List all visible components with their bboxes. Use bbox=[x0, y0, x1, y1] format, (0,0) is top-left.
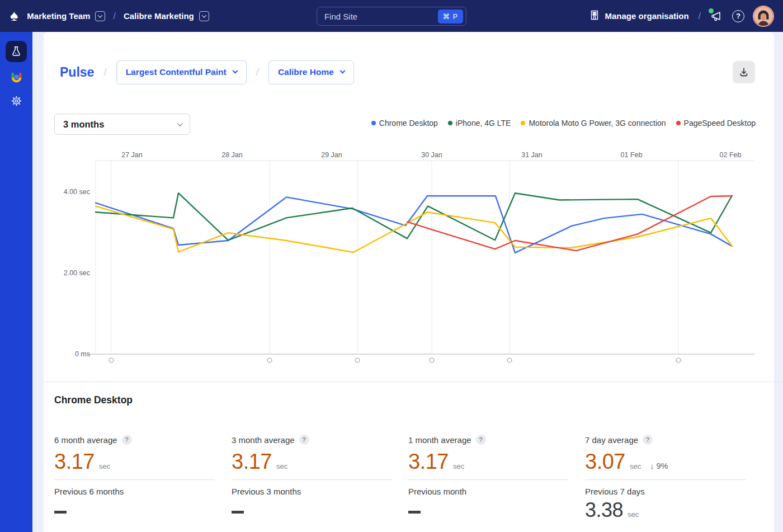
separator: / bbox=[699, 11, 701, 21]
x-tick-label: 30 Jan bbox=[421, 151, 442, 159]
x-tick-label: 27 Jan bbox=[121, 151, 143, 159]
sidebar bbox=[0, 32, 32, 532]
team-switcher[interactable]: Marketing Team bbox=[27, 11, 105, 21]
help-icon[interactable]: ? bbox=[643, 435, 653, 445]
metric-dropdown[interactable]: Largest Contentful Paint bbox=[116, 60, 247, 84]
legend-dot bbox=[676, 121, 681, 125]
download-icon bbox=[738, 67, 749, 78]
annotation-marker[interactable] bbox=[355, 358, 360, 362]
separator: / bbox=[103, 66, 106, 78]
sidebar-item-tests-active[interactable] bbox=[6, 41, 27, 62]
stat-unit: sec bbox=[628, 510, 639, 519]
legend-item-motorola[interactable]: Motorola Moto G Power, 3G connection bbox=[521, 119, 666, 128]
search-placeholder: Find Site bbox=[324, 12, 438, 21]
legend-item-pagespeed[interactable]: PageSpeed Desktop bbox=[676, 119, 756, 128]
chevron-down-icon bbox=[232, 68, 238, 73]
legend-dot bbox=[371, 121, 376, 125]
help-icon[interactable]: ? bbox=[122, 435, 132, 445]
annotation-marker[interactable] bbox=[109, 358, 114, 362]
stat-card-6-month: 6 month average ? 3.17 sec Previous 6 mo… bbox=[54, 435, 215, 514]
annotation-marker[interactable] bbox=[507, 358, 512, 362]
y-tick-label: 0 ms bbox=[75, 350, 90, 358]
gear-icon bbox=[11, 95, 22, 107]
download-button[interactable] bbox=[733, 61, 755, 83]
find-site-input[interactable]: Find Site ⌘ P bbox=[317, 7, 466, 26]
stat-label: 3 month average bbox=[232, 435, 295, 445]
date-range-select[interactable]: 3 months bbox=[54, 114, 190, 135]
stat-divider bbox=[408, 479, 569, 480]
page-header: Pulse / Largest Contentful Paint / Calib… bbox=[60, 60, 354, 84]
no-data-dash bbox=[232, 511, 244, 514]
legend-item-iphone[interactable]: iPhone, 4G LTE bbox=[448, 119, 511, 128]
legend-item-chrome-desktop[interactable]: Chrome Desktop bbox=[371, 119, 438, 128]
topbar-right: Manage organisation / ? bbox=[589, 6, 774, 27]
page-background-strip bbox=[774, 32, 783, 532]
building-icon bbox=[589, 10, 600, 23]
x-tick-label: 02 Feb bbox=[720, 151, 742, 159]
site-name: Calibre Marketing bbox=[124, 11, 194, 21]
stat-prev-label: Previous 6 months bbox=[54, 487, 215, 496]
stat-delta: ↓ 9% bbox=[650, 462, 668, 470]
chart-legend: Chrome Desktop iPhone, 4G LTE Motorola M… bbox=[371, 119, 756, 128]
stat-unit: sec bbox=[276, 462, 287, 470]
x-tick-label: 28 Jan bbox=[221, 151, 243, 159]
calibre-logo-icon[interactable]: ♠ bbox=[10, 8, 18, 23]
sidebar-item-chrome-ux[interactable] bbox=[6, 69, 27, 86]
legend-label: Chrome Desktop bbox=[379, 119, 438, 128]
stat-divider bbox=[54, 479, 215, 480]
stat-card-7-day: 7 day average ? 3.07 sec ↓ 9% Previous 7… bbox=[585, 435, 746, 522]
y-tick-label: 2.00 sec bbox=[64, 269, 90, 277]
no-data-dash bbox=[54, 511, 67, 514]
stat-unit: sec bbox=[453, 462, 464, 470]
help-button[interactable]: ? bbox=[732, 10, 744, 22]
manage-organisation-button[interactable]: Manage organisation bbox=[589, 10, 689, 23]
manage-organisation-label: Manage organisation bbox=[605, 11, 689, 21]
no-data-dash bbox=[408, 511, 421, 514]
stat-prev-value: 3.38 bbox=[585, 498, 623, 522]
stat-divider bbox=[585, 479, 746, 480]
avatar[interactable] bbox=[753, 6, 774, 27]
stat-label: 7 day average bbox=[585, 435, 638, 445]
x-tick-label: 01 Feb bbox=[621, 151, 643, 159]
topbar: ♠ Marketing Team / Calibre Marketing Fin… bbox=[0, 0, 783, 32]
stat-prev-label: Previous 7 days bbox=[585, 487, 746, 496]
page-dropdown[interactable]: Calibre Home bbox=[268, 60, 354, 84]
legend-dot bbox=[448, 121, 452, 125]
help-icon[interactable]: ? bbox=[299, 435, 309, 445]
pulse-chart: 27 Jan28 Jan29 Jan30 Jan31 Jan01 Feb02 F… bbox=[53, 147, 761, 370]
annotation-marker[interactable] bbox=[676, 358, 681, 362]
separator: / bbox=[256, 66, 259, 78]
chevron-down-icon bbox=[339, 68, 345, 73]
site-switcher[interactable]: Calibre Marketing bbox=[124, 11, 209, 21]
chevron-down-icon bbox=[177, 121, 183, 126]
section-divider bbox=[44, 382, 783, 382]
series-pagespeed-desktop bbox=[407, 196, 732, 251]
stat-unit: sec bbox=[630, 462, 641, 470]
stat-card-1-month: 1 month average ? 3.17 sec Previous mont… bbox=[408, 435, 569, 514]
stat-value: 3.07 bbox=[585, 450, 625, 474]
date-range-value: 3 months bbox=[63, 119, 177, 130]
team-name: Marketing Team bbox=[27, 11, 90, 21]
legend-label: Motorola Moto G Power, 3G connection bbox=[529, 119, 666, 128]
stat-label: 1 month average bbox=[408, 435, 471, 445]
stat-unit: sec bbox=[99, 462, 110, 470]
legend-label: iPhone, 4G LTE bbox=[456, 119, 511, 128]
help-icon[interactable]: ? bbox=[476, 435, 486, 445]
stat-value: 3.17 bbox=[54, 450, 95, 474]
x-tick-label: 31 Jan bbox=[521, 151, 543, 159]
y-tick-label: 4.00 sec bbox=[64, 188, 90, 196]
chevron-down-icon bbox=[95, 11, 105, 21]
stat-card-3-month: 3 month average ? 3.17 sec Previous 3 mo… bbox=[232, 435, 392, 514]
sidebar-item-settings[interactable] bbox=[6, 92, 27, 109]
annotation-marker[interactable] bbox=[267, 358, 272, 362]
chrome-ux-logo-icon bbox=[10, 71, 23, 84]
annotation-marker[interactable] bbox=[430, 358, 434, 362]
flask-icon bbox=[10, 45, 22, 58]
series-iphone-4g-lte bbox=[96, 193, 732, 240]
x-tick-label: 29 Jan bbox=[321, 151, 342, 159]
announcements-button[interactable] bbox=[710, 10, 724, 22]
chevron-down-icon bbox=[199, 11, 209, 21]
notification-dot bbox=[709, 8, 714, 13]
stats-section-title: Chrome Desktop bbox=[54, 394, 133, 406]
calibre-app: ♠ Marketing Team / Calibre Marketing Fin… bbox=[0, 0, 783, 532]
